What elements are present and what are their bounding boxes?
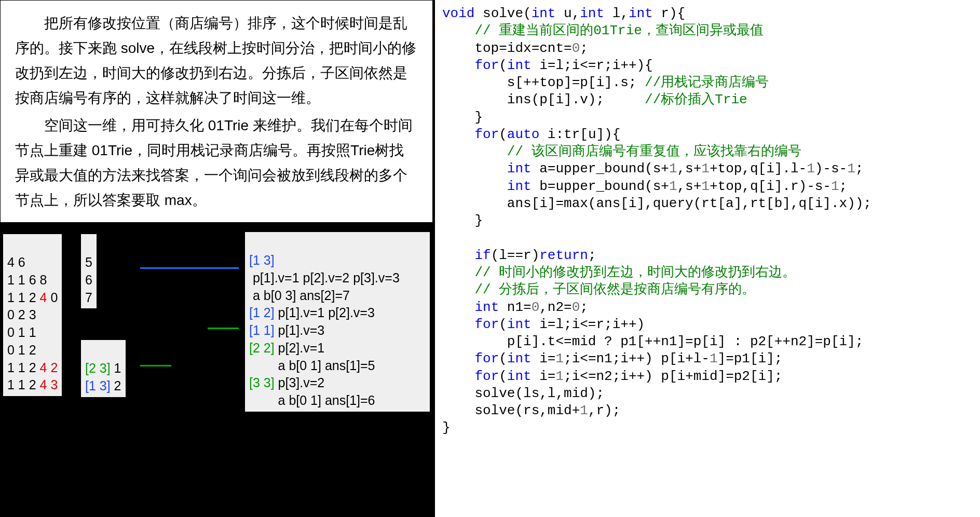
left-column: 把所有修改按位置（商店编号）排序，这个时候时间是乱序的。接下来跑 solve，在… (0, 0, 433, 517)
small-number-box: 5 6 7 (81, 234, 97, 308)
connector-green-1 (208, 328, 239, 329)
input-list-box: 4 6 1 1 6 8 1 1 2 4 0 0 2 3 0 1 1 0 1 2 … (3, 234, 62, 396)
code-panel: void solve(int u,int l,int r){ // 重建当前区间… (433, 0, 980, 517)
explanation-text: 把所有修改按位置（商店编号）排序，这个时候时间是乱序的。接下来跑 solve，在… (0, 0, 433, 223)
paragraph-2: 空间这一维，用可持久化 01Trie 来维护。我们在每个时间节点上重建 01Tr… (15, 113, 418, 213)
connector-green-2 (140, 365, 171, 366)
interval-box: [2 3] 1 [1 3] 2 (81, 340, 126, 397)
paragraph-1: 把所有修改按位置（商店编号）排序，这个时候时间是乱序的。接下来跑 solve，在… (15, 11, 418, 111)
connector-blue (140, 267, 239, 269)
trace-output-box: [1 3] p[1].v=1 p[2].v=2 p[3].v=3 a b[0 3… (245, 232, 430, 412)
diagram-area: 4 6 1 1 6 8 1 1 2 4 0 0 2 3 0 1 1 0 1 2 … (0, 223, 433, 517)
